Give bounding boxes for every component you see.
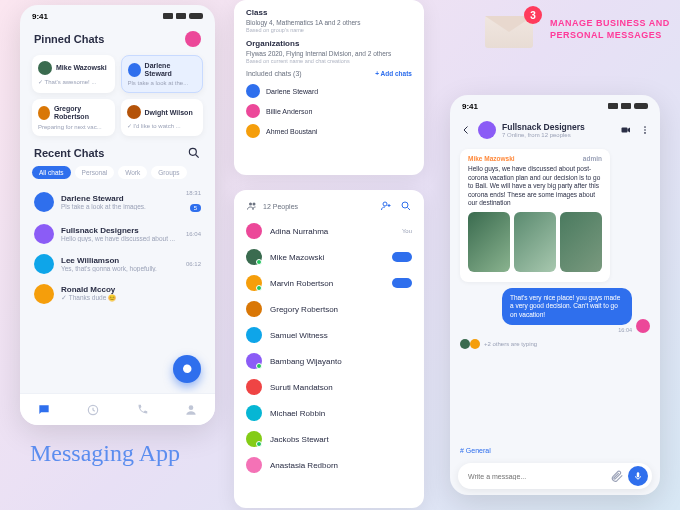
- avatar: [246, 84, 260, 98]
- person-name: Michael Robbin: [270, 409, 412, 418]
- chat-row[interactable]: Ronald Mccoy✓ Thanks dude 😊: [20, 279, 215, 309]
- video-call-icon[interactable]: [620, 124, 632, 136]
- attach-icon[interactable]: [610, 469, 624, 483]
- search-icon[interactable]: [400, 200, 412, 212]
- person-row[interactable]: Anastasia Redborn: [234, 452, 424, 478]
- svg-point-3: [188, 405, 193, 410]
- chat-name: Lee Williamson: [61, 256, 179, 265]
- svg-rect-13: [637, 472, 640, 477]
- chat-tab-icon[interactable]: [37, 403, 51, 417]
- person-row[interactable]: Jackobs Stewart: [234, 426, 424, 452]
- filter-tab[interactable]: All chats: [32, 166, 71, 179]
- pinned-card[interactable]: Dwight Wilson✓ I'd like to watch ...: [121, 99, 204, 135]
- pinned-preview: Preparing for next vac...: [38, 124, 109, 130]
- people-icon: [246, 200, 258, 212]
- org-value: Flywas 2020, Flying Internal Division, a…: [246, 50, 412, 57]
- pinned-name: Dwight Wilson: [145, 109, 193, 117]
- status-bar: 9:41: [20, 5, 215, 27]
- class-heading: Class: [246, 8, 412, 17]
- new-message-fab[interactable]: [173, 355, 201, 383]
- clock-tab-icon[interactable]: [86, 403, 100, 417]
- person-row[interactable]: Bambang Wijayanto: [234, 348, 424, 374]
- more-icon[interactable]: [640, 124, 650, 136]
- avatar: [38, 106, 50, 120]
- pinned-card[interactable]: Mike Wazowski✓ That's awesome! ...: [32, 55, 115, 93]
- back-icon[interactable]: [460, 124, 472, 136]
- online-indicator: [256, 363, 262, 369]
- avatar: [246, 223, 262, 239]
- included-chat-row[interactable]: Ahmed Boustani: [246, 121, 412, 141]
- pinned-name: Gregory Robertson: [54, 105, 109, 120]
- message-list[interactable]: Mike Mazowski admin Hello guys, we have …: [450, 143, 660, 443]
- class-org-panel: Class Biology 4, Mathematics 1A and 2 ot…: [234, 0, 424, 175]
- recent-list: Darlene StewardPls take a look at the im…: [20, 185, 215, 309]
- pinned-preview: ✓ That's awesome! ...: [38, 78, 109, 85]
- avatar: [246, 104, 260, 118]
- add-chats-link[interactable]: + Add chats: [375, 70, 412, 77]
- included-chat-row[interactable]: Darlene Steward: [246, 81, 412, 101]
- message-images[interactable]: [468, 212, 602, 272]
- pinned-preview: Pls take a look at the...: [128, 80, 197, 86]
- included-chat-row[interactable]: Billie Anderson: [246, 101, 412, 121]
- chat-time: 18:31: [186, 190, 201, 196]
- pinned-name: Darlene Steward: [145, 62, 196, 77]
- unread-badge: 5: [190, 204, 201, 212]
- profile-tab-icon[interactable]: [184, 403, 198, 417]
- mic-button[interactable]: [628, 466, 648, 486]
- online-indicator: [256, 441, 262, 447]
- person-row[interactable]: Mike Mazowski: [234, 244, 424, 270]
- envelope-icon: 3: [485, 8, 540, 48]
- calls-tab-icon[interactable]: [135, 403, 149, 417]
- compose-icon: [181, 363, 193, 375]
- avatar: [34, 254, 54, 274]
- person-row[interactable]: Adina NurrahmaYou: [234, 218, 424, 244]
- people-count: 12 Peoples: [263, 203, 298, 210]
- included-name: Ahmed Boustani: [266, 128, 317, 135]
- search-icon[interactable]: [187, 146, 201, 160]
- pinned-card[interactable]: Gregory RobertsonPreparing for next vac.…: [32, 99, 115, 135]
- chat-row[interactable]: Fullsnack DesignersHello guys, we have d…: [20, 219, 215, 249]
- add-person-icon[interactable]: [380, 200, 392, 212]
- svg-point-7: [402, 202, 408, 208]
- avatar[interactable]: [185, 31, 201, 47]
- status-icons: [608, 103, 648, 109]
- org-heading: Organizations: [246, 39, 412, 48]
- filter-tab[interactable]: Personal: [75, 166, 115, 179]
- filter-tab[interactable]: Work: [118, 166, 147, 179]
- chat-time: 16:04: [186, 231, 201, 237]
- chat-time: 06:12: [186, 261, 201, 267]
- conversation-header: Fullsnack Designers 7 Online, from 12 pe…: [450, 117, 660, 143]
- avatar: [34, 284, 54, 304]
- you-tag: You: [402, 228, 412, 234]
- message-text: Hello guys, we have discussed about post…: [468, 165, 600, 206]
- avatar: [246, 301, 262, 317]
- filter-tabs: All chatsPersonalWorkGroups: [20, 166, 215, 185]
- person-row[interactable]: Michael Robbin: [234, 400, 424, 426]
- filter-tab[interactable]: Groups: [151, 166, 186, 179]
- person-name: Marvin Robertson: [270, 279, 384, 288]
- person-name: Anastasia Redborn: [270, 461, 412, 470]
- status-time: 9:41: [32, 12, 48, 21]
- person-row[interactable]: Gregory Robertson: [234, 296, 424, 322]
- svg-line-8: [408, 208, 411, 211]
- channel-label[interactable]: # General: [450, 443, 660, 458]
- group-avatar[interactable]: [478, 121, 496, 139]
- pinned-card[interactable]: Darlene StewardPls take a look at the...: [121, 55, 204, 93]
- svg-point-12: [644, 132, 646, 134]
- person-name: Adina Nurrahma: [270, 227, 394, 236]
- status-pill: [392, 252, 412, 262]
- chats-screen: 9:41 Pinned Chats Mike Wazowski✓ That's …: [20, 5, 215, 425]
- person-row[interactable]: Samuel Witness: [234, 322, 424, 348]
- svg-point-10: [644, 126, 646, 128]
- status-icons: [163, 13, 203, 19]
- message-input[interactable]: [468, 473, 610, 480]
- person-row[interactable]: Marvin Robertson: [234, 270, 424, 296]
- marketing-headline: MANAGE BUSINESS AND PERSONAL MESSAGES: [550, 18, 670, 41]
- chat-row[interactable]: Darlene StewardPls take a look at the im…: [20, 185, 215, 219]
- person-row[interactable]: Suruti Mandatson: [234, 374, 424, 400]
- class-value: Biology 4, Mathematics 1A and 2 others: [246, 19, 412, 26]
- chat-preview: ✓ Thanks dude 😊: [61, 294, 194, 302]
- avatar: [246, 405, 262, 421]
- chat-row[interactable]: Lee WilliamsonYes, that's gonna work, ho…: [20, 249, 215, 279]
- avatar: [246, 379, 262, 395]
